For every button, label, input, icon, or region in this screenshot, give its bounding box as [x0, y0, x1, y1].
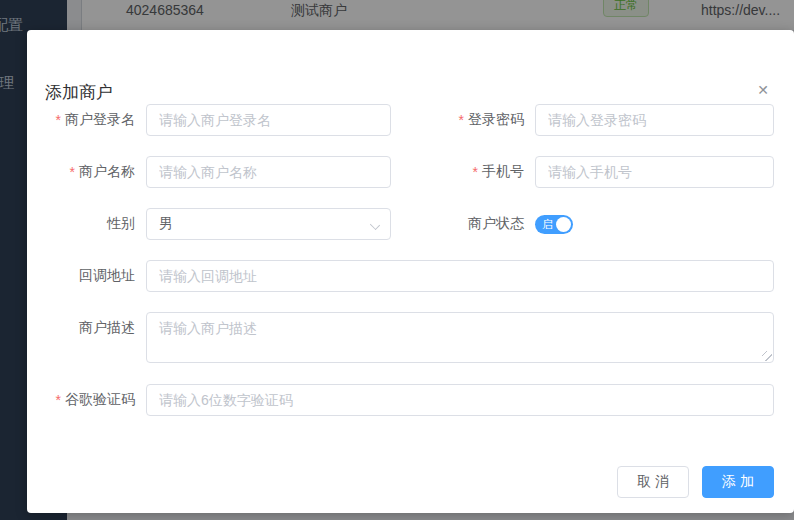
description-label: 商户描述 [27, 319, 146, 337]
description-textarea-wrap [146, 312, 774, 363]
required-mark: * [473, 164, 478, 180]
dialog-title: 添加商户 [45, 81, 113, 104]
form-row-4: 回调地址 [27, 260, 794, 292]
merchant-status-toggle[interactable]: 启 [535, 215, 573, 234]
phone-label: *手机号 [391, 163, 535, 181]
required-mark: * [459, 112, 464, 128]
add-button[interactable]: 添 加 [702, 466, 774, 498]
description-textarea[interactable] [146, 312, 774, 363]
screen: 配置 管理 4024685364 测试商户 正常 https://dev....… [0, 0, 794, 520]
gender-select-value[interactable] [146, 208, 391, 240]
password-input[interactable] [535, 104, 774, 136]
login-name-label: *商户登录名 [27, 111, 146, 129]
required-mark: * [56, 112, 61, 128]
form-row-3: 性别 商户状态 启 [27, 208, 794, 240]
merchant-name-input[interactable] [146, 156, 391, 188]
password-label: *登录密码 [391, 111, 535, 129]
phone-input[interactable] [535, 156, 774, 188]
form-row-2: *商户名称 *手机号 [27, 156, 794, 188]
gender-label: 性别 [27, 215, 146, 233]
gender-select[interactable] [146, 208, 391, 240]
dialog-footer: 取 消 添 加 [617, 466, 774, 498]
toggle-on-text: 启 [542, 217, 553, 232]
login-name-input[interactable] [146, 104, 391, 136]
google-code-input[interactable] [146, 384, 774, 416]
callback-input[interactable] [146, 260, 774, 292]
required-mark: * [56, 392, 61, 408]
merchant-name-label: *商户名称 [27, 163, 146, 181]
add-merchant-dialog: 添加商户 ✕ *商户登录名 *登录密码 *商户名称 *手机号 性别 商户状态 启 [27, 30, 794, 513]
google-code-label: *谷歌验证码 [27, 391, 146, 409]
callback-label: 回调地址 [27, 267, 146, 285]
toggle-knob [556, 217, 571, 232]
required-mark: * [70, 164, 75, 180]
cancel-button[interactable]: 取 消 [617, 466, 689, 498]
form-row-5: 商户描述 [27, 312, 794, 363]
form-row-6: *谷歌验证码 [27, 384, 794, 416]
merchant-status-label: 商户状态 [391, 215, 535, 233]
form-row-1: *商户登录名 *登录密码 [27, 104, 794, 136]
close-icon[interactable]: ✕ [753, 80, 773, 100]
